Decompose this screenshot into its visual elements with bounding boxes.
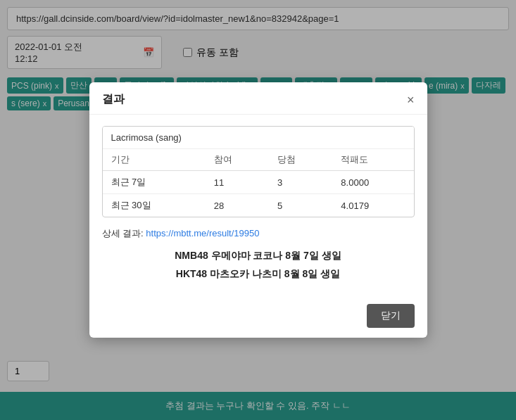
participation-30: 28 — [206, 194, 269, 217]
ratio-30: 4.0179 — [332, 194, 413, 217]
col-period: 기간 — [103, 149, 206, 171]
col-ratio: 적패도 — [332, 149, 413, 171]
detail-row: 상세 결과: https://mbtt.me/result/19950 — [102, 227, 415, 240]
detail-label: 상세 결과: — [102, 228, 144, 238]
period-7days: 최근 7일 — [103, 171, 206, 194]
participation-7: 11 — [206, 171, 269, 194]
dialog-footer: 닫기 — [89, 297, 427, 338]
result-table: 기간 참여 당첨 적패도 최근 7일 11 3 8.0000 — [103, 149, 414, 217]
detail-link[interactable]: https://mbtt.me/result/19950 — [146, 228, 259, 238]
result-dialog: 결과 × Lacrimosa (sang) 기간 참여 당첨 적패도 — [89, 82, 427, 337]
ratio-7: 8.0000 — [332, 171, 413, 194]
modal-overlay: 결과 × Lacrimosa (sang) 기간 참여 당첨 적패도 — [0, 0, 516, 420]
table-title: Lacrimosa (sang) — [103, 127, 414, 149]
dialog-body: Lacrimosa (sang) 기간 참여 당첨 적패도 최근 7일 — [89, 115, 427, 296]
result-table-wrapper: Lacrimosa (sang) 기간 참여 당첨 적패도 최근 7일 — [102, 126, 415, 217]
table-row: 최근 7일 11 3 8.0000 — [103, 171, 414, 194]
result-line-2: HKT48 마츠오카 나츠미 8월 8일 생일 — [102, 265, 415, 283]
table-row: 최근 30일 28 5 4.0179 — [103, 194, 414, 217]
dialog-close-x-button[interactable]: × — [407, 94, 415, 106]
period-30days: 최근 30일 — [103, 194, 206, 217]
result-line-1: NMB48 우메야마 코코나 8월 7일 생일 — [102, 247, 415, 265]
result-lines: NMB48 우메야마 코코나 8월 7일 생일 HKT48 마츠오카 나츠미 8… — [102, 247, 415, 282]
col-winning: 당첨 — [269, 149, 332, 171]
winning-7: 3 — [269, 171, 332, 194]
col-participation: 참여 — [206, 149, 269, 171]
dialog-header: 결과 × — [89, 82, 427, 115]
close-dialog-button[interactable]: 닫기 — [367, 304, 415, 328]
winning-30: 5 — [269, 194, 332, 217]
dialog-title: 결과 — [102, 92, 125, 107]
